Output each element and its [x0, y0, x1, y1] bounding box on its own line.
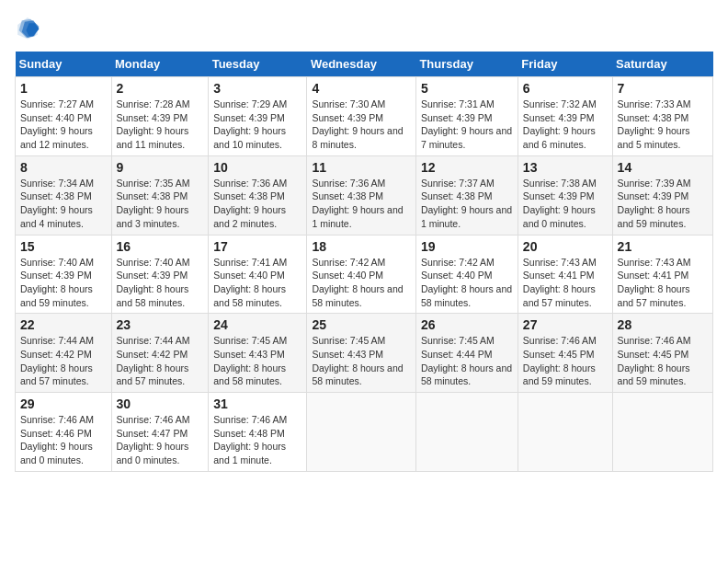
day-number: 11 — [312, 160, 411, 175]
weekday-header-tuesday: Tuesday — [209, 52, 307, 77]
calendar-day-cell: 14Sunrise: 7:39 AMSunset: 4:39 PMDayligh… — [612, 155, 712, 235]
day-number: 12 — [421, 160, 513, 175]
calendar-day-cell: 25Sunrise: 7:45 AMSunset: 4:43 PMDayligh… — [307, 314, 416, 393]
calendar-day-cell: 22Sunrise: 7:44 AMSunset: 4:42 PMDayligh… — [16, 314, 112, 393]
calendar-day-cell: 15Sunrise: 7:40 AMSunset: 4:39 PMDayligh… — [16, 235, 112, 314]
day-info: Sunrise: 7:33 AMSunset: 4:38 PMDaylight:… — [618, 98, 708, 152]
weekday-header-thursday: Thursday — [415, 52, 518, 77]
day-info: Sunrise: 7:36 AMSunset: 4:38 PMDaylight:… — [312, 177, 411, 231]
calendar-table: SundayMondayTuesdayWednesdayThursdayFrid… — [15, 52, 713, 472]
calendar-day-cell: 23Sunrise: 7:44 AMSunset: 4:42 PMDayligh… — [111, 314, 209, 393]
day-number: 13 — [523, 160, 608, 175]
day-info: Sunrise: 7:46 AMSunset: 4:45 PMDaylight:… — [618, 334, 708, 388]
calendar-day-cell: 21Sunrise: 7:43 AMSunset: 4:41 PMDayligh… — [612, 235, 712, 314]
calendar-day-cell: 5Sunrise: 7:31 AMSunset: 4:39 PMDaylight… — [415, 77, 518, 156]
day-info: Sunrise: 7:44 AMSunset: 4:42 PMDaylight:… — [20, 334, 107, 388]
day-number: 25 — [312, 317, 411, 332]
day-info: Sunrise: 7:43 AMSunset: 4:41 PMDaylight:… — [523, 256, 608, 310]
calendar-day-cell: 29Sunrise: 7:46 AMSunset: 4:46 PMDayligh… — [16, 393, 112, 472]
calendar-day-cell: 2Sunrise: 7:28 AMSunset: 4:39 PMDaylight… — [111, 77, 209, 156]
day-number: 3 — [213, 81, 301, 96]
day-number: 7 — [618, 81, 708, 96]
calendar-day-cell — [307, 393, 416, 472]
day-info: Sunrise: 7:45 AMSunset: 4:44 PMDaylight:… — [421, 334, 513, 388]
day-info: Sunrise: 7:46 AMSunset: 4:45 PMDaylight:… — [523, 334, 608, 388]
calendar-day-cell: 11Sunrise: 7:36 AMSunset: 4:38 PMDayligh… — [307, 155, 416, 235]
day-number: 18 — [312, 239, 411, 254]
day-info: Sunrise: 7:43 AMSunset: 4:41 PMDaylight:… — [618, 256, 708, 310]
logo — [15, 15, 44, 40]
day-number: 15 — [20, 239, 107, 254]
day-info: Sunrise: 7:29 AMSunset: 4:39 PMDaylight:… — [213, 98, 301, 152]
day-info: Sunrise: 7:34 AMSunset: 4:38 PMDaylight:… — [20, 177, 107, 231]
calendar-day-cell: 7Sunrise: 7:33 AMSunset: 4:38 PMDaylight… — [612, 77, 712, 156]
day-number: 21 — [618, 239, 708, 254]
day-info: Sunrise: 7:42 AMSunset: 4:40 PMDaylight:… — [421, 256, 513, 310]
day-info: Sunrise: 7:46 AMSunset: 4:47 PMDaylight:… — [117, 413, 204, 467]
calendar-day-cell: 13Sunrise: 7:38 AMSunset: 4:39 PMDayligh… — [518, 155, 612, 235]
day-number: 10 — [213, 160, 301, 175]
weekday-header-wednesday: Wednesday — [307, 52, 416, 77]
day-number: 23 — [117, 317, 204, 332]
calendar-week-row: 15Sunrise: 7:40 AMSunset: 4:39 PMDayligh… — [16, 235, 713, 314]
calendar-day-cell: 16Sunrise: 7:40 AMSunset: 4:39 PMDayligh… — [111, 235, 209, 314]
calendar-week-row: 29Sunrise: 7:46 AMSunset: 4:46 PMDayligh… — [16, 393, 713, 472]
calendar-day-cell: 31Sunrise: 7:46 AMSunset: 4:48 PMDayligh… — [209, 393, 307, 472]
day-info: Sunrise: 7:37 AMSunset: 4:38 PMDaylight:… — [421, 177, 513, 231]
day-info: Sunrise: 7:38 AMSunset: 4:39 PMDaylight:… — [523, 177, 608, 231]
calendar-week-row: 8Sunrise: 7:34 AMSunset: 4:38 PMDaylight… — [16, 155, 713, 235]
day-info: Sunrise: 7:36 AMSunset: 4:38 PMDaylight:… — [213, 177, 301, 231]
calendar-day-cell: 1Sunrise: 7:27 AMSunset: 4:40 PMDaylight… — [16, 77, 112, 156]
day-number: 24 — [213, 317, 301, 332]
calendar-day-cell: 12Sunrise: 7:37 AMSunset: 4:38 PMDayligh… — [415, 155, 518, 235]
calendar-day-cell: 28Sunrise: 7:46 AMSunset: 4:45 PMDayligh… — [612, 314, 712, 393]
calendar-day-cell: 17Sunrise: 7:41 AMSunset: 4:40 PMDayligh… — [209, 235, 307, 314]
day-number: 1 — [20, 81, 107, 96]
day-number: 17 — [213, 239, 301, 254]
calendar-day-cell: 19Sunrise: 7:42 AMSunset: 4:40 PMDayligh… — [415, 235, 518, 314]
calendar-day-cell: 26Sunrise: 7:45 AMSunset: 4:44 PMDayligh… — [415, 314, 518, 393]
day-info: Sunrise: 7:45 AMSunset: 4:43 PMDaylight:… — [213, 334, 301, 388]
day-info: Sunrise: 7:41 AMSunset: 4:40 PMDaylight:… — [213, 256, 301, 310]
day-number: 2 — [117, 81, 204, 96]
day-info: Sunrise: 7:40 AMSunset: 4:39 PMDaylight:… — [20, 256, 107, 310]
day-number: 9 — [117, 160, 204, 175]
day-number: 20 — [523, 239, 608, 254]
day-number: 27 — [523, 317, 608, 332]
day-number: 28 — [618, 317, 708, 332]
day-info: Sunrise: 7:30 AMSunset: 4:39 PMDaylight:… — [312, 98, 411, 152]
calendar-day-cell: 6Sunrise: 7:32 AMSunset: 4:39 PMDaylight… — [518, 77, 612, 156]
day-number: 5 — [421, 81, 513, 96]
calendar-day-cell: 27Sunrise: 7:46 AMSunset: 4:45 PMDayligh… — [518, 314, 612, 393]
day-info: Sunrise: 7:32 AMSunset: 4:39 PMDaylight:… — [523, 98, 608, 152]
calendar-day-cell: 3Sunrise: 7:29 AMSunset: 4:39 PMDaylight… — [209, 77, 307, 156]
day-info: Sunrise: 7:27 AMSunset: 4:40 PMDaylight:… — [20, 98, 107, 152]
calendar-day-cell: 9Sunrise: 7:35 AMSunset: 4:38 PMDaylight… — [111, 155, 209, 235]
day-number: 30 — [117, 396, 204, 411]
day-number: 19 — [421, 239, 513, 254]
calendar-day-cell: 30Sunrise: 7:46 AMSunset: 4:47 PMDayligh… — [111, 393, 209, 472]
day-info: Sunrise: 7:40 AMSunset: 4:39 PMDaylight:… — [117, 256, 204, 310]
day-info: Sunrise: 7:31 AMSunset: 4:39 PMDaylight:… — [421, 98, 513, 152]
weekday-header-saturday: Saturday — [612, 52, 712, 77]
weekday-header-row: SundayMondayTuesdayWednesdayThursdayFrid… — [16, 52, 713, 77]
calendar-day-cell: 20Sunrise: 7:43 AMSunset: 4:41 PMDayligh… — [518, 235, 612, 314]
day-number: 22 — [20, 317, 107, 332]
day-info: Sunrise: 7:46 AMSunset: 4:48 PMDaylight:… — [213, 413, 301, 467]
day-info: Sunrise: 7:28 AMSunset: 4:39 PMDaylight:… — [117, 98, 204, 152]
weekday-header-monday: Monday — [111, 52, 209, 77]
calendar-day-cell — [612, 393, 712, 472]
page-header — [15, 15, 713, 40]
day-number: 6 — [523, 81, 608, 96]
day-number: 26 — [421, 317, 513, 332]
logo-icon — [15, 15, 40, 40]
day-number: 4 — [312, 81, 411, 96]
day-number: 16 — [117, 239, 204, 254]
day-number: 29 — [20, 396, 107, 411]
calendar-day-cell — [415, 393, 518, 472]
weekday-header-sunday: Sunday — [16, 52, 112, 77]
calendar-day-cell: 18Sunrise: 7:42 AMSunset: 4:40 PMDayligh… — [307, 235, 416, 314]
calendar-day-cell: 10Sunrise: 7:36 AMSunset: 4:38 PMDayligh… — [209, 155, 307, 235]
calendar-week-row: 22Sunrise: 7:44 AMSunset: 4:42 PMDayligh… — [16, 314, 713, 393]
day-info: Sunrise: 7:45 AMSunset: 4:43 PMDaylight:… — [312, 334, 411, 388]
